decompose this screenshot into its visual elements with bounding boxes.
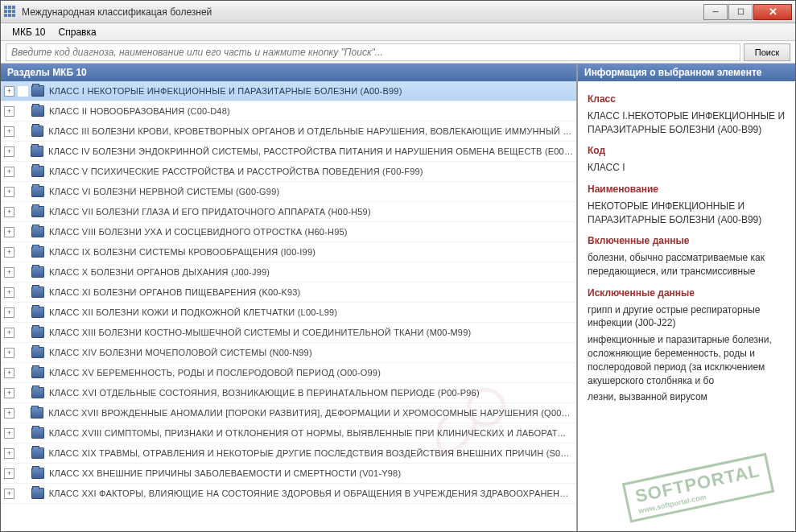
tree-item-label: КЛАСС IX БОЛЕЗНИ СИСТЕМЫ КРОВООБРАЩЕНИЯ … [49, 247, 316, 257]
folder-icon [31, 367, 44, 378]
info-value-code: КЛАСС I [588, 161, 786, 175]
tree-row[interactable]: +КЛАСС I НЕКОТОРЫЕ ИНФЕКЦИОННЫЕ И ПАРАЗИ… [1, 81, 576, 101]
spacer [18, 267, 28, 278]
tree-item-label: КЛАСС XIV БОЛЕЗНИ МОЧЕПОЛОВОЙ СИСТЕМЫ (N… [49, 348, 312, 357]
window-controls: ─ ☐ ✕ [703, 4, 792, 20]
minimize-button[interactable]: ─ [703, 4, 728, 20]
tree-row[interactable]: +КЛАСС X БОЛЕЗНИ ОРГАНОВ ДЫХАНИЯ (J00-J9… [1, 262, 576, 282]
spacer [18, 106, 28, 117]
spacer [18, 328, 28, 338]
tree-row[interactable]: +КЛАСС VII БОЛЕЗНИ ГЛАЗА И ЕГО ПРИДАТОЧН… [1, 202, 576, 222]
menu-mkb10[interactable]: МКБ 10 [6, 25, 52, 39]
spacer [18, 428, 28, 439]
tree-row[interactable]: +КЛАСС XV БЕРЕМЕННОСТЬ, РОДЫ И ПОСЛЕРОДО… [1, 363, 576, 383]
tree-row[interactable]: +КЛАСС VI БОЛЕЗНИ НЕРВНОЙ СИСТЕМЫ (G00-G… [1, 182, 576, 202]
expander-icon[interactable]: + [4, 247, 14, 258]
tree-item-label: КЛАСС XVIII СИМПТОМЫ, ПРИЗНАКИ И ОТКЛОНЕ… [49, 428, 573, 438]
folder-icon [31, 246, 44, 258]
expander-icon[interactable]: + [4, 428, 14, 439]
tree-view[interactable]: +КЛАСС I НЕКОТОРЫЕ ИНФЕКЦИОННЫЕ И ПАРАЗИ… [1, 81, 576, 531]
right-panel-header: Информация о выбранном элементе [578, 64, 795, 81]
expander-icon[interactable]: + [4, 267, 14, 278]
maximize-button[interactable]: ☐ [728, 4, 753, 20]
info-value-excluded-3: лезни, вызванной вирусом [588, 390, 786, 404]
spacer [18, 388, 28, 398]
spacer [18, 307, 28, 318]
content: Разделы МКБ 10 +КЛАСС I НЕКОТОРЫЕ ИНФЕКЦ… [1, 64, 795, 531]
left-panel: Разделы МКБ 10 +КЛАСС I НЕКОТОРЫЕ ИНФЕКЦ… [1, 64, 578, 531]
tree-item-label: КЛАСС VII БОЛЕЗНИ ГЛАЗА И ЕГО ПРИДАТОЧНО… [49, 207, 371, 217]
spacer [18, 207, 28, 217]
spacer [18, 227, 28, 237]
expander-icon[interactable]: + [4, 468, 14, 479]
spacer [18, 187, 28, 197]
expander-icon[interactable]: + [4, 187, 14, 197]
tree-row[interactable]: +КЛАСС II НОВООБРАЗОВАНИЯ (C00-D48) [1, 101, 576, 122]
expander-icon[interactable]: + [4, 408, 14, 419]
tree-row[interactable]: +КЛАСС IV БОЛЕЗНИ ЭНДОКРИННОЙ СИСТЕМЫ, Р… [1, 142, 576, 162]
expander-icon[interactable]: + [4, 207, 14, 217]
tree-row[interactable]: +КЛАСС XI БОЛЕЗНИ ОРГАНОВ ПИЩЕВАРЕНИЯ (K… [1, 282, 576, 303]
tree-row[interactable]: +КЛАСС VIII БОЛЕЗНИ УХА И СОСЦЕВИДНОГО О… [1, 222, 576, 242]
spacer [18, 167, 28, 177]
tree-row[interactable]: +КЛАСС XVII ВРОЖДЕННЫЕ АНОМАЛИИ [ПОРОКИ … [1, 403, 576, 423]
spacer [18, 468, 28, 479]
info-value-excluded-2: инфекционные и паразитарные болезни, осл… [588, 333, 786, 387]
tree-row[interactable]: +КЛАСС XVIII СИМПТОМЫ, ПРИЗНАКИ И ОТКЛОН… [1, 423, 576, 443]
expander-icon[interactable]: + [4, 106, 14, 117]
expander-icon[interactable]: + [4, 146, 14, 157]
spacer [18, 146, 28, 157]
tree-item-label: КЛАСС XIII БОЛЕЗНИ КОСТНО-МЫШЕЧНОЙ СИСТЕ… [49, 328, 471, 337]
expander-icon[interactable]: + [4, 287, 14, 298]
tree-item-label: КЛАСС V ПСИХИЧЕСКИЕ РАССТРОЙСТВА И РАССТ… [49, 167, 423, 176]
menu-help[interactable]: Справка [52, 25, 103, 39]
expander-icon[interactable]: + [4, 489, 14, 499]
tree-item-label: КЛАСС IV БОЛЕЗНИ ЭНДОКРИННОЙ СИСТЕМЫ, РА… [48, 146, 573, 156]
tree-row[interactable]: +КЛАСС IX БОЛЕЗНИ СИСТЕМЫ КРОВООБРАЩЕНИЯ… [1, 242, 576, 262]
expander-icon[interactable]: + [4, 227, 14, 237]
tree-row[interactable]: +КЛАСС XIV БОЛЕЗНИ МОЧЕПОЛОВОЙ СИСТЕМЫ (… [1, 343, 576, 363]
tree-item-label: КЛАСС XVI ОТДЕЛЬНЫЕ СОСТОЯНИЯ, ВОЗНИКАЮЩ… [49, 388, 480, 398]
folder-icon [31, 226, 44, 237]
app-icon [4, 6, 17, 19]
tree-row[interactable]: +КЛАСС XIII БОЛЕЗНИ КОСТНО-МЫШЕЧНОЙ СИСТ… [1, 323, 576, 343]
close-button[interactable]: ✕ [753, 4, 792, 20]
spacer [18, 247, 28, 258]
tree-item-label: КЛАСС XII БОЛЕЗНИ КОЖИ И ПОДКОЖНОЙ КЛЕТЧ… [49, 307, 337, 317]
spacer [18, 287, 28, 298]
expander-icon[interactable]: + [4, 328, 14, 338]
expander-icon[interactable]: + [4, 307, 14, 318]
folder-icon [31, 287, 44, 298]
expander-icon[interactable]: + [4, 167, 14, 177]
expander-icon[interactable]: + [4, 126, 14, 137]
expander-icon[interactable]: + [4, 388, 14, 398]
tree-row[interactable]: +КЛАСС III БОЛЕЗНИ КРОВИ, КРОВЕТВОРНЫХ О… [1, 122, 576, 142]
tree-row[interactable]: +КЛАСС XVI ОТДЕЛЬНЫЕ СОСТОЯНИЯ, ВОЗНИКАЮ… [1, 383, 576, 403]
expander-icon[interactable]: + [4, 86, 14, 97]
search-button[interactable]: Поиск [744, 43, 790, 61]
tree-row[interactable]: +КЛАСС V ПСИХИЧЕСКИЕ РАССТРОЙСТВА И РАСС… [1, 162, 576, 182]
info-value-class: КЛАСС I.НЕКОТОРЫЕ ИНФЕКЦИОННЫЕ И ПАРАЗИТ… [588, 109, 786, 137]
folder-icon [31, 427, 44, 439]
menubar: МКБ 10 Справка [1, 23, 795, 41]
tree-row[interactable]: +КЛАСС XII БОЛЕЗНИ КОЖИ И ПОДКОЖНОЙ КЛЕТ… [1, 303, 576, 323]
expander-icon[interactable]: + [4, 448, 14, 459]
info-heading-class: Класс [588, 93, 786, 106]
expander-icon[interactable]: + [4, 348, 14, 358]
search-input[interactable] [6, 43, 740, 61]
tree-row[interactable]: +КЛАСС XIX ТРАВМЫ, ОТРАВЛЕНИЯ И НЕКОТОРЫ… [1, 443, 576, 464]
folder-icon [31, 488, 44, 499]
spacer [18, 368, 28, 378]
tree-item-label: КЛАСС XXI ФАКТОРЫ, ВЛИЯЮЩИЕ НА СОСТОЯНИЕ… [49, 489, 573, 498]
folder-icon [31, 387, 44, 398]
spacer [18, 126, 28, 137]
info-value-included: болезни, обычно рассматриваемые как пере… [588, 251, 786, 278]
expander-icon[interactable]: + [4, 368, 14, 378]
app-window: Международная классификацая болезней ─ ☐… [0, 0, 796, 532]
tree-row[interactable]: +КЛАСС XX ВНЕШНИЕ ПРИЧИНЫ ЗАБОЛЕВАЕМОСТИ… [1, 464, 576, 484]
tree-row[interactable]: +КЛАСС XXI ФАКТОРЫ, ВЛИЯЮЩИЕ НА СОСТОЯНИ… [1, 484, 576, 504]
info-heading-code: Код [588, 144, 786, 158]
tree-item-label: КЛАСС II НОВООБРАЗОВАНИЯ (C00-D48) [49, 106, 230, 116]
searchbar: Поиск [1, 41, 795, 64]
folder-icon [31, 206, 44, 217]
